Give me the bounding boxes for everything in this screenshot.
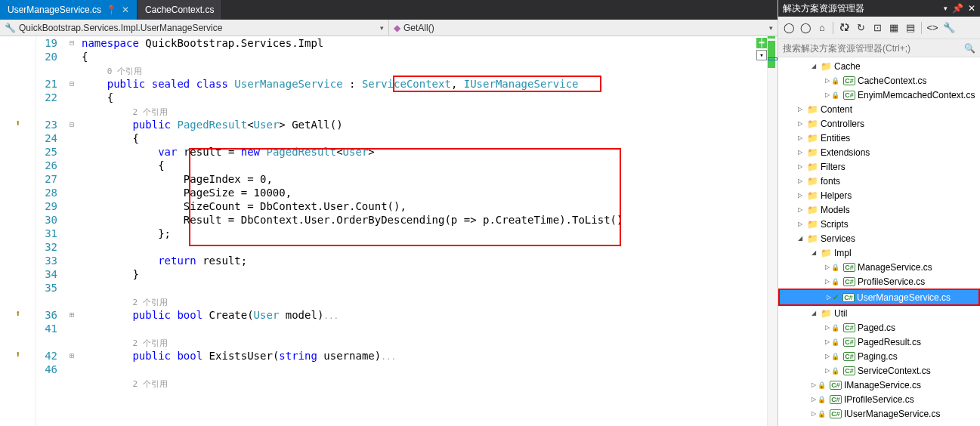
expand-caret-icon[interactable]: ▷ (824, 353, 831, 360)
expand-caret-icon[interactable]: ▷ (824, 91, 831, 98)
tree-item-filters[interactable]: ▷📁Filters (778, 159, 980, 174)
implements-glyph-icon[interactable]: ⬆ (15, 118, 20, 128)
tree-item-content[interactable]: ▷📁Content (778, 102, 980, 116)
tree-item-enyimmemcachedcontext-cs[interactable]: ▷🔒C#EnyimMemcachedContext.cs (778, 88, 980, 102)
code-line[interactable]: { (77, 50, 778, 63)
tree-item-usermanageservice-cs[interactable]: ▷✔C#UserManageService.cs (780, 290, 978, 304)
fold-toggle[interactable]: ⊟ (66, 36, 77, 50)
tree-item-scripts[interactable]: ▷📁Scripts (778, 217, 980, 231)
expand-caret-icon[interactable]: ▷ (796, 206, 804, 213)
code-line[interactable]: { (77, 91, 778, 104)
tab-usermanageservice-cs[interactable]: UserManageService.cs📍✕ (0, 0, 138, 20)
tree-item-manageservice-cs[interactable]: ▷🔒C#ManageService.cs (778, 260, 980, 274)
code-line[interactable]: PageIndex = 0, (77, 172, 778, 186)
tree-item-iprofileservice-cs[interactable]: ▷🔒C#IProfileService.cs (778, 392, 980, 406)
tree-item-imanageservice-cs[interactable]: ▷🔒C#IManageService.cs (778, 378, 980, 392)
chevron-down-icon[interactable]: ▾ (380, 24, 384, 32)
tab-cachecontext-cs[interactable]: CacheContext.cs (138, 0, 222, 20)
code-area[interactable]: ⬆⬆⬆ 192021222324252627282930313233343536… (0, 36, 778, 426)
tree-item-controllers[interactable]: ▷📁Controllers (778, 116, 980, 131)
expand-caret-icon[interactable]: ▷ (796, 149, 804, 156)
code-line[interactable]: 2 个引用 (77, 295, 778, 308)
expand-caret-icon[interactable]: ▷ (796, 192, 804, 199)
tree-item-extendsions[interactable]: ▷📁Extendsions (778, 145, 980, 159)
code-line[interactable]: { (77, 159, 778, 172)
tree-item-cachecontext-cs[interactable]: ▷🔒C#CacheContext.cs (778, 73, 980, 88)
tree-item-iusermanageservice-cs[interactable]: ▷🔒C#IUserManageService.cs (778, 406, 980, 421)
fold-toggle[interactable]: ⊞ (66, 349, 77, 363)
code-line[interactable]: { (77, 131, 778, 145)
close-icon[interactable]: ✕ (122, 5, 129, 15)
expand-caret-icon[interactable]: ▷ (810, 410, 818, 417)
code-line[interactable]: 0 个引用 (77, 63, 778, 77)
show-all-icon[interactable]: ▦ (888, 22, 900, 34)
expand-caret-icon[interactable]: ▷ (825, 294, 833, 301)
refresh-icon[interactable]: ↻ (855, 22, 867, 34)
expand-caret-icon[interactable]: ▷ (824, 264, 831, 270)
solution-search[interactable]: 🔍 (778, 39, 980, 57)
collapse-icon[interactable]: ⊡ (871, 22, 883, 34)
code-content[interactable]: namespace QuickBootstrap.Services.Impl{ … (77, 36, 778, 426)
code-line[interactable]: 2 个引用 (77, 376, 778, 390)
breadcrumb-member[interactable]: ◆ GetAll() ▾ (389, 20, 778, 36)
code-line[interactable]: public bool ExistsUser(string username).… (77, 349, 778, 363)
properties-icon[interactable]: ▤ (904, 22, 917, 34)
home-icon[interactable]: ⌂ (816, 22, 828, 34)
back-icon[interactable]: ◯ (783, 22, 795, 34)
chevron-down-icon[interactable]: ▾ (769, 24, 773, 32)
code-line[interactable]: public bool Create(User model)... (77, 308, 778, 322)
solution-header[interactable]: 解决方案资源管理器 ▾ 📌 ✕ (778, 0, 980, 17)
window-menu-icon[interactable]: ▾ (944, 5, 948, 12)
scroll-indicator[interactable] (767, 36, 778, 426)
code-line[interactable]: }; (77, 227, 778, 240)
tree-item-paged-cs[interactable]: ▷🔒C#Paged.cs (778, 320, 980, 335)
expand-caret-icon[interactable]: ◢ (796, 235, 804, 242)
code-line[interactable] (77, 363, 778, 376)
expand-caret-icon[interactable]: ▷ (824, 278, 831, 285)
tree-item-fonts[interactable]: ▷📁fonts (778, 174, 980, 188)
code-line[interactable]: namespace QuickBootstrap.Services.Impl (77, 36, 778, 50)
code-line[interactable]: SizeCount = DbContext.User.Count(), (77, 199, 778, 213)
pin-icon[interactable]: 📌 (952, 3, 963, 14)
expand-caret-icon[interactable]: ▷ (796, 221, 804, 227)
code-line[interactable]: return result; (77, 254, 778, 267)
close-icon[interactable]: ✕ (968, 3, 975, 14)
sync-icon[interactable]: 🗘 (838, 22, 850, 34)
code-line[interactable]: 2 个引用 (77, 104, 778, 118)
tree-item-helpers[interactable]: ▷📁Helpers (778, 188, 980, 202)
code-line[interactable]: 2 个引用 (77, 335, 778, 349)
expand-caret-icon[interactable]: ▷ (796, 134, 804, 141)
forward-icon[interactable]: ◯ (799, 22, 812, 34)
expand-caret-icon[interactable]: ▷ (796, 106, 804, 113)
expand-caret-icon[interactable]: ◢ (810, 310, 818, 316)
expand-caret-icon[interactable]: ▷ (796, 163, 804, 170)
tree-item-servicecontext-cs[interactable]: ▷🔒C#ServiceContext.cs (778, 363, 980, 378)
pin-icon[interactable]: 📍 (106, 5, 117, 15)
expand-caret-icon[interactable]: ◢ (810, 249, 818, 256)
expand-caret-icon[interactable]: ▷ (824, 367, 831, 374)
expand-caret-icon[interactable]: ▷ (796, 178, 804, 184)
fold-toggle[interactable]: ⊟ (66, 77, 77, 91)
expand-caret-icon[interactable]: ▷ (824, 338, 831, 345)
tree-item-impl[interactable]: ◢📁Impl (778, 245, 980, 260)
fold-toggle[interactable]: ⊟ (66, 118, 77, 131)
code-line[interactable] (77, 322, 778, 335)
tree-item-util[interactable]: ◢📁Util (778, 306, 980, 320)
code-line[interactable] (77, 240, 778, 254)
code-line[interactable]: public PagedResult<User> GetAll() (77, 118, 778, 131)
search-icon[interactable]: 🔍 (964, 43, 975, 54)
tree-item-paging-cs[interactable]: ▷🔒C#Paging.cs (778, 349, 980, 363)
code-line[interactable]: Result = DbContext.User.OrderByDescendin… (77, 213, 778, 227)
code-line[interactable]: public sealed class UserManageService : … (77, 77, 778, 91)
tree-item-cache[interactable]: ◢📁Cache (778, 59, 980, 73)
split-button[interactable]: ┿ (756, 38, 767, 48)
tree-item-entities[interactable]: ▷📁Entities (778, 131, 980, 145)
code-line[interactable]: var result = new PagedResult<User> (77, 145, 778, 159)
code-line[interactable]: PageSize = 10000, (77, 186, 778, 199)
implements-glyph-icon[interactable]: ⬆ (15, 349, 20, 360)
expand-caret-icon[interactable]: ▷ (810, 396, 818, 403)
code-icon[interactable]: <> (926, 22, 938, 34)
tree-item-services[interactable]: ◢📁Services (778, 231, 980, 245)
expand-caret-icon[interactable]: ▷ (810, 381, 818, 388)
code-line[interactable] (77, 281, 778, 295)
